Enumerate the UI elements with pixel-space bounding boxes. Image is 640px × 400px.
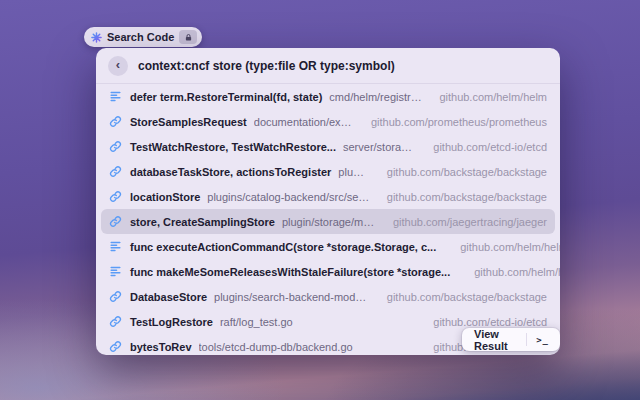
link-icon	[109, 215, 123, 229]
result-row[interactable]: DatabaseStore plugins/search-backend-mod…	[101, 284, 555, 309]
result-name: StoreSamplesRequest	[130, 116, 247, 128]
result-name: DatabaseStore	[130, 291, 207, 303]
terminal-icon: >_	[536, 335, 549, 345]
chevron-left-icon: ‹	[116, 58, 120, 71]
result-row[interactable]: func makeMeSomeReleasesWithStaleFailure(…	[101, 259, 555, 284]
link-icon	[109, 165, 123, 179]
search-code-chip[interactable]: Search Code	[84, 27, 202, 47]
result-path: plugin/storage/memory/factory.go	[282, 216, 376, 228]
result-name: bytesToRev	[130, 341, 192, 353]
result-name: TestLogRestore	[130, 316, 213, 328]
floating-action-bar: View Result >_	[462, 328, 560, 351]
search-panel: ‹ context:cncf store (type:file OR type:…	[96, 48, 560, 355]
search-bar: ‹ context:cncf store (type:file OR type:…	[96, 48, 560, 84]
link-icon	[109, 190, 123, 204]
result-repo: github.com/helm/helm	[450, 241, 560, 253]
search-query-input[interactable]: context:cncf store (type:file OR type:sy…	[138, 59, 395, 73]
result-name: func makeMeSomeReleasesWithStaleFailure(…	[130, 266, 450, 278]
result-name: databaseTaskStore, actionsToRegister	[130, 166, 331, 178]
link-icon	[109, 315, 123, 329]
result-repo: github.com/backstage/backstage	[377, 291, 547, 303]
result-row[interactable]: store, CreateSamplingStore plugin/storag…	[101, 209, 555, 234]
result-row[interactable]: defer term.RestoreTerminal(fd, state) cm…	[101, 84, 555, 109]
lock-badge	[179, 30, 197, 44]
result-path: plugins/scaffolder-backend/src/...	[338, 166, 369, 178]
result-path: tools/etcd-dump-db/backend.go	[199, 341, 353, 353]
link-icon	[109, 115, 123, 129]
result-repo: github.com/jaegertracing/jaeger	[383, 216, 547, 228]
result-row[interactable]: StoreSamplesRequest documentation/exampl…	[101, 109, 555, 134]
sparkle-icon	[91, 32, 102, 43]
desktop-background: Search Code ‹ context:cncf store (type:f…	[0, 0, 640, 400]
link-icon	[109, 340, 123, 354]
lines-icon	[109, 240, 123, 254]
result-repo: github.com/helm/helm	[429, 91, 547, 103]
result-path: server/storage/mvcc/watchable_store_t...	[343, 141, 416, 153]
result-row[interactable]: locationStore plugins/catalog-backend/sr…	[101, 184, 555, 209]
result-name: locationStore	[130, 191, 200, 203]
results-list: defer term.RestoreTerminal(fd, state) cm…	[96, 84, 560, 355]
link-icon	[109, 290, 123, 304]
result-path: documentation/examples/remote_storage/re…	[254, 116, 354, 128]
lines-icon	[109, 90, 123, 104]
lines-icon	[109, 265, 123, 279]
result-repo: github.com/helm/helm	[464, 266, 560, 278]
result-path: raft/log_test.go	[220, 316, 293, 328]
result-path: plugins/catalog-backend/src/service/Cata…	[207, 191, 369, 203]
result-repo: github.com/backstage/backstage	[377, 166, 547, 178]
result-path: cmd/helm/registry_login.go	[329, 91, 422, 103]
result-name: store, CreateSamplingStore	[130, 216, 275, 228]
link-icon	[109, 140, 123, 154]
result-row[interactable]: databaseTaskStore, actionsToRegister plu…	[101, 159, 555, 184]
lock-icon	[184, 33, 193, 42]
result-repo: github.com/backstage/backstage	[377, 191, 547, 203]
result-path: plugins/search-backend-module-pg/src/dat…	[214, 291, 370, 303]
terminal-actions-button[interactable]: >_	[527, 335, 558, 345]
result-repo: github.com/prometheus/prometheus	[361, 116, 547, 128]
result-row[interactable]: func executeActionCommandC(store *storag…	[101, 234, 555, 259]
result-name: func executeActionCommandC(store *storag…	[130, 241, 436, 253]
chip-label: Search Code	[107, 31, 174, 43]
result-name: TestWatchRestore, TestWatchRestore...	[130, 141, 336, 153]
result-repo: github.com/etcd-io/etcd	[423, 141, 547, 153]
result-repo: github.com/etcd-io/etcd	[423, 316, 547, 328]
result-row[interactable]: TestWatchRestore, TestWatchRestore... se…	[101, 134, 555, 159]
result-name: defer term.RestoreTerminal(fd, state)	[130, 91, 322, 103]
view-result-button[interactable]: View Result	[464, 328, 526, 352]
back-button[interactable]: ‹	[108, 56, 128, 76]
